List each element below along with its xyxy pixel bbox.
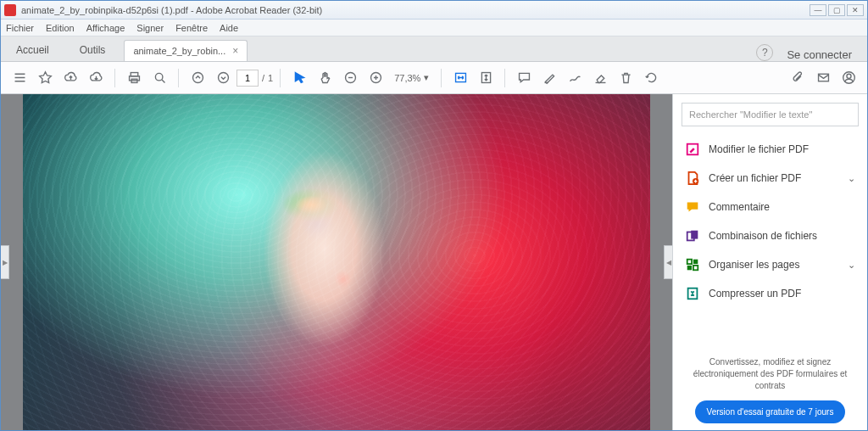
window-title: animate_2_by_robinpika-d52p6si (1).pdf -… — [21, 5, 810, 15]
menu-edit[interactable]: Edition — [46, 23, 75, 33]
tool-compress-pdf[interactable]: Compresser un PDF — [682, 279, 859, 308]
tab-bar: Accueil Outils animate_2_by_robin... × ?… — [1, 36, 867, 62]
email-icon[interactable] — [811, 66, 835, 90]
compress-icon — [685, 286, 700, 301]
search-tools-input[interactable]: Rechercher "Modifier le texte" — [682, 103, 859, 126]
chevron-down-icon: ⌄ — [848, 260, 855, 271]
page-number: / 1 — [236, 70, 273, 87]
menu-help[interactable]: Aide — [220, 23, 238, 33]
help-icon[interactable]: ? — [756, 44, 773, 61]
tool-label: Organiser les pages — [709, 259, 799, 271]
tool-label: Compresser un PDF — [709, 288, 801, 299]
tool-comment[interactable]: Commentaire — [682, 193, 859, 221]
pdf-page — [23, 94, 650, 430]
tool-list: Modifier le fichier PDF Créer un fichier… — [682, 135, 859, 350]
menu-view[interactable]: Affichage — [86, 23, 125, 33]
cloud-download-icon[interactable] — [84, 66, 108, 90]
tools-panel: Rechercher "Modifier le texte" Modifier … — [672, 94, 867, 430]
attachment-icon[interactable] — [786, 66, 810, 90]
hand-icon[interactable] — [313, 66, 337, 90]
menu-bar: Fichier Edition Affichage Signer Fenêtre… — [1, 20, 867, 36]
menu-file[interactable]: Fichier — [6, 23, 34, 33]
create-pdf-icon — [685, 171, 700, 186]
search-placeholder: Rechercher "Modifier le texte" — [689, 109, 812, 120]
close-button[interactable]: ✕ — [847, 4, 864, 16]
menu-icon[interactable] — [8, 66, 31, 90]
rotate-icon[interactable] — [639, 66, 663, 90]
tab-document[interactable]: animate_2_by_robin... × — [124, 40, 248, 61]
app-icon — [4, 4, 16, 16]
svg-rect-17 — [687, 260, 692, 264]
document-viewer[interactable]: ▶ ◀ — [1, 94, 672, 430]
right-panel-handle[interactable]: ◀ — [664, 245, 672, 279]
tool-label: Commentaire — [709, 201, 770, 213]
profile-icon[interactable] — [837, 66, 860, 90]
tool-edit-pdf[interactable]: Modifier le fichier PDF — [682, 135, 859, 164]
star-icon[interactable] — [33, 66, 57, 90]
highlight-icon[interactable] — [537, 66, 561, 90]
window-controls: — ▢ ✕ — [810, 4, 864, 16]
svg-rect-20 — [693, 266, 698, 270]
content-area: ▶ ◀ Rechercher "Modifier le texte" Modif… — [1, 94, 867, 430]
zoom-out-icon[interactable] — [338, 66, 362, 90]
page-total: 1 — [268, 73, 273, 83]
cloud-upload-icon[interactable] — [58, 66, 82, 90]
toolbar: / 1 77,3% ▾ — [1, 62, 867, 94]
fit-page-icon[interactable] — [474, 66, 498, 90]
draw-icon[interactable] — [563, 66, 587, 90]
tool-create-pdf[interactable]: Créer un fichier PDF ⌄ — [682, 164, 859, 193]
tool-combine-files[interactable]: Combinaison de fichiers — [682, 221, 859, 250]
promo-text: Convertissez, modifiez et signez électro… — [682, 350, 859, 400]
title-bar: animate_2_by_robinpika-d52p6si (1).pdf -… — [1, 1, 867, 20]
tool-label: Modifier le fichier PDF — [709, 143, 809, 155]
svg-rect-1 — [129, 76, 139, 81]
search-icon[interactable] — [147, 66, 171, 90]
tab-home[interactable]: Accueil — [1, 39, 64, 61]
maximize-button[interactable]: ▢ — [828, 4, 845, 16]
zoom-select[interactable]: 77,3% ▾ — [394, 72, 429, 83]
eraser-icon[interactable] — [588, 66, 612, 90]
svg-rect-19 — [687, 266, 692, 270]
page-down-icon[interactable] — [211, 66, 235, 90]
tab-tools[interactable]: Outils — [64, 39, 121, 61]
fit-width-icon[interactable] — [448, 66, 472, 90]
svg-rect-10 — [818, 74, 828, 81]
tab-document-label: animate_2_by_robin... — [133, 46, 225, 56]
svg-point-3 — [155, 73, 163, 81]
tool-label: Combinaison de fichiers — [709, 230, 817, 242]
combine-icon — [685, 228, 700, 243]
menu-window[interactable]: Fenêtre — [175, 23, 208, 33]
zoom-in-icon[interactable] — [364, 66, 387, 90]
comment-icon[interactable] — [512, 66, 536, 90]
tool-organize-pages[interactable]: Organiser les pages ⌄ — [682, 250, 859, 279]
tool-label: Créer un fichier PDF — [709, 172, 801, 184]
select-icon[interactable] — [287, 66, 311, 90]
comment-tool-icon — [685, 199, 700, 215]
svg-point-4 — [192, 73, 203, 83]
trial-button[interactable]: Version d'essai gratuite de 7 jours — [695, 400, 846, 423]
edit-pdf-icon — [685, 142, 700, 157]
page-current-input[interactable] — [236, 70, 259, 87]
delete-icon[interactable] — [614, 66, 637, 90]
svg-rect-16 — [691, 231, 698, 239]
organize-icon — [685, 257, 700, 272]
minimize-button[interactable]: — — [810, 4, 826, 16]
chevron-down-icon: ⌄ — [848, 173, 855, 184]
tab-close-icon[interactable]: × — [232, 45, 238, 57]
svg-point-12 — [846, 74, 850, 78]
chevron-down-icon: ▾ — [424, 72, 429, 83]
svg-rect-18 — [693, 260, 698, 264]
zoom-value: 77,3% — [394, 73, 420, 83]
page-up-icon[interactable] — [186, 66, 209, 90]
page-sep: / — [262, 73, 264, 83]
sign-in-link[interactable]: Se connecter — [787, 48, 852, 61]
print-icon[interactable] — [122, 66, 146, 90]
menu-sign[interactable]: Signer — [136, 23, 164, 33]
svg-point-5 — [218, 73, 228, 83]
left-panel-handle[interactable]: ▶ — [1, 245, 9, 279]
